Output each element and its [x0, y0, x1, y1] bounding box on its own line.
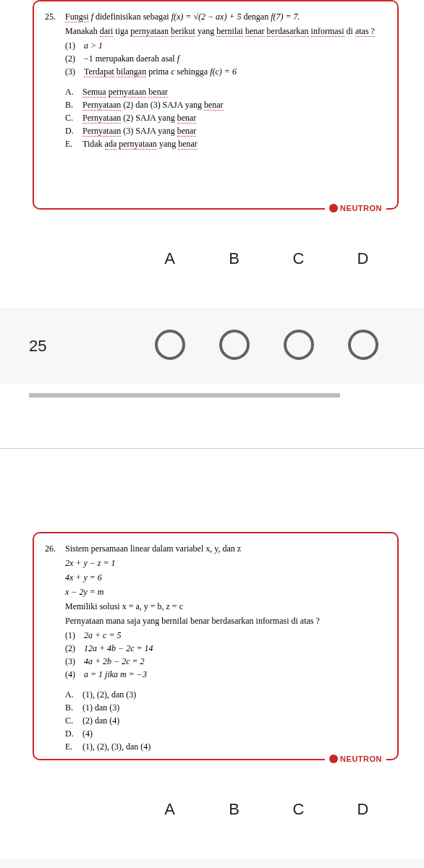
col-header-d: D: [331, 800, 395, 819]
col-header-a: A: [137, 800, 202, 819]
col-header-b: B: [202, 249, 266, 268]
row-number: 25: [29, 337, 137, 356]
neutron-badge: NEUTRON: [325, 753, 386, 765]
answer-grid-25: A B C D 25: [0, 249, 424, 398]
answer-header-row: A B C D: [0, 800, 424, 819]
neutron-badge: NEUTRON: [325, 202, 386, 215]
horizontal-scrollbar[interactable]: [29, 393, 340, 398]
question-card-26: 26. Sistem persamaan linear dalam variab…: [33, 532, 399, 760]
answer-grid-26: A B C D: [0, 800, 424, 868]
question-body: Sistem persamaan linear dalam variabel x…: [65, 542, 386, 753]
question-body: Fungsi f didefinisikan sebagai f(x) = √(…: [65, 10, 386, 150]
radio-25-d[interactable]: [348, 330, 378, 360]
answer-header-row: A B C D: [0, 249, 424, 268]
question-card-25: 25. Fungsi f didefinisikan sebagai f(x) …: [33, 0, 399, 210]
col-header-a: A: [137, 249, 202, 268]
section-divider: [0, 448, 424, 449]
col-header-c: C: [266, 800, 331, 819]
col-header-d: D: [331, 249, 395, 268]
radio-25-b[interactable]: [219, 330, 250, 360]
radio-25-a[interactable]: [155, 330, 185, 360]
answer-row-25: 25: [29, 330, 395, 363]
scrollbar-thumb[interactable]: [29, 393, 340, 398]
col-header-c: C: [266, 249, 331, 268]
radio-25-c[interactable]: [284, 330, 314, 360]
col-header-b: B: [202, 800, 266, 819]
